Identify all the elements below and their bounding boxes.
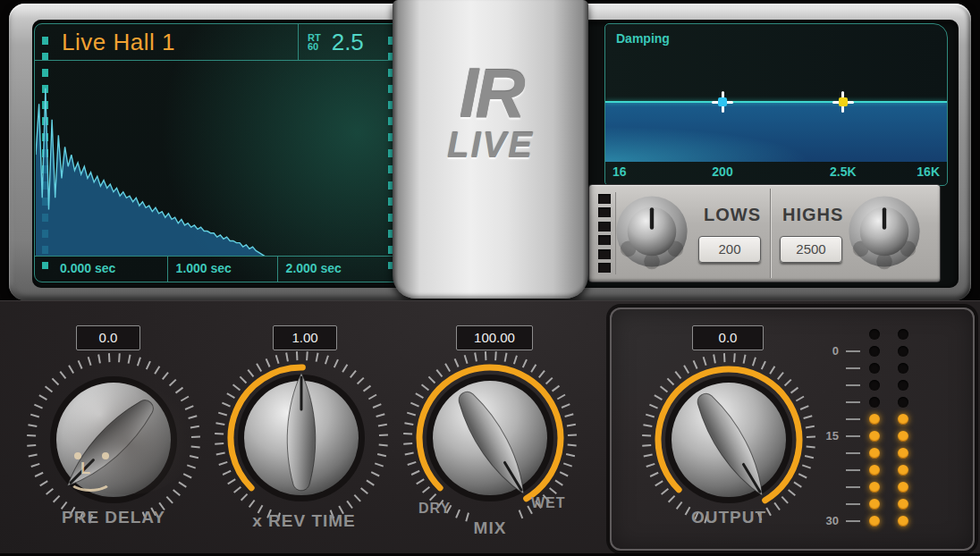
dry-label: DRY: [418, 501, 451, 517]
rt60-readout: RT 60 2.5: [298, 24, 401, 60]
ir-live-logo: IR LIVE: [393, 61, 588, 163]
freq-tick-16k: 16K: [917, 164, 940, 179]
meter-led-left: [869, 414, 880, 425]
ir-live-plugin-window: Live Hall 1 RT 60 2.5 0.000 sec 1.000 se…: [0, 0, 980, 556]
meter-led-right: [898, 346, 908, 357]
meter-tick: [846, 401, 860, 403]
damping-eq-panel: LOWS 200 HIGHS 2500: [588, 184, 941, 282]
meter-led-right: [898, 414, 908, 425]
damping-curve-line: [605, 101, 947, 103]
meter-tick: [846, 469, 860, 471]
time-tick-1: 1.000 sec: [167, 257, 277, 282]
logo-live-text: LIVE: [393, 127, 588, 163]
meter-tick: [846, 350, 860, 352]
damping-point-highs[interactable]: [832, 91, 854, 113]
decay-waveform-svg: [36, 61, 401, 257]
meter-led-left: [869, 329, 880, 340]
meter-led-left: [869, 482, 880, 493]
highs-value-button[interactable]: 2500: [780, 236, 842, 263]
meter-led-right: [898, 397, 908, 408]
meter-led-left: [869, 499, 880, 510]
preset-name[interactable]: Live Hall 1: [62, 29, 175, 56]
highs-label: HIGHS: [782, 205, 843, 225]
meter-led-left: [869, 448, 880, 459]
meter-tick: [846, 452, 860, 454]
meter-scale-label: 30: [805, 514, 839, 527]
damping-title: Damping: [616, 31, 670, 46]
output-knob[interactable]: [635, 346, 823, 534]
logo-ir-text: IR: [393, 61, 588, 125]
meter-led-right: [898, 448, 908, 459]
meter-led-left: [869, 431, 880, 442]
rt60-label: RT 60: [308, 33, 321, 51]
meter-tick: [846, 520, 860, 522]
rt60-value: 2.5: [332, 29, 364, 56]
pre-delay-knob[interactable]: [20, 346, 207, 534]
frequency-axis: 16 200 2.5K 16K: [605, 162, 947, 185]
meter-led-right: [898, 516, 908, 527]
wet-label: WET: [531, 495, 566, 511]
time-tick-2: 2.000 sec: [277, 257, 401, 282]
damping-point-lows[interactable]: [712, 91, 733, 113]
meter-led-left: [869, 397, 880, 408]
meter-tick: [846, 367, 860, 369]
output-level-meter: 01530: [805, 327, 939, 538]
mix-label: MIX: [401, 518, 579, 538]
time-axis: 0.000 sec 1.000 sec 2.000 sec: [35, 256, 401, 282]
meter-led-left: [869, 516, 880, 527]
meter-led-right: [898, 465, 908, 476]
meter-scale-label: 0: [805, 344, 839, 358]
meter-led-right: [898, 380, 908, 391]
meter-tick: [846, 418, 860, 420]
impulse-response-display: Live Hall 1 RT 60 2.5 0.000 sec 1.000 se…: [34, 23, 402, 282]
preset-header: Live Hall 1 RT 60 2.5: [35, 24, 401, 61]
freq-tick-2_5k: 2.5K: [830, 164, 857, 179]
meter-scale-label: 15: [805, 429, 839, 442]
meter-led-left: [869, 465, 880, 476]
meter-tick: [846, 486, 860, 488]
output-label: OUTPUT: [639, 508, 818, 527]
meter-led-left: [869, 380, 880, 391]
damping-fill: [605, 103, 947, 162]
decay-waveform-plot: [36, 61, 401, 257]
lows-value-button[interactable]: 200: [698, 236, 761, 263]
meter-led-left: [869, 346, 880, 357]
highs-knob[interactable]: [845, 192, 924, 271]
metal-clip: IR LIVE: [393, 0, 588, 299]
freq-tick-16: 16: [612, 164, 627, 179]
meter-led-right: [898, 363, 908, 374]
time-tick-0: 0.000 sec: [35, 257, 167, 282]
meter-led-right: [898, 482, 908, 493]
rev-time-label: x REV TIME: [215, 511, 393, 531]
rev-time-knob[interactable]: [207, 344, 395, 532]
freq-tick-200: 200: [712, 164, 732, 179]
meter-tick: [846, 503, 860, 505]
meter-led-right: [898, 329, 908, 340]
meter-tick: [846, 435, 860, 437]
damping-display: Damping 16 200 2.5K 16K: [604, 23, 948, 186]
meter-led-left: [869, 363, 880, 374]
meter-led-right: [898, 431, 908, 442]
pre-delay-label: PRE DELAY: [24, 508, 203, 527]
lows-knob[interactable]: [612, 192, 691, 271]
meter-led-right: [898, 499, 908, 510]
meter-tick: [846, 384, 860, 386]
lows-label: LOWS: [704, 205, 761, 225]
panel-divider: [770, 189, 771, 278]
